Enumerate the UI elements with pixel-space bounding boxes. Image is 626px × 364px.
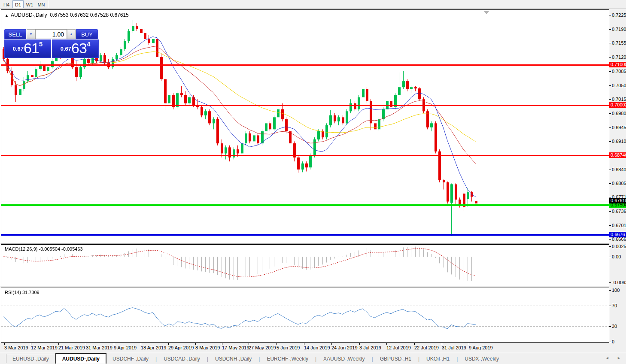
axis-tick (609, 183, 611, 184)
axis-tick-label: 0.68400 (612, 167, 626, 172)
level-line-resistance-1[interactable] (1, 64, 609, 66)
axis-tick (609, 71, 611, 72)
volume-increase-button[interactable]: ▲ (67, 29, 76, 39)
axis-tick (609, 43, 611, 43)
axis-tick-label: 70 (612, 303, 617, 308)
date-tick (31, 343, 31, 345)
chart-ohlc-values: 0.67553 0.67632 0.67528 0.67615 (50, 12, 129, 18)
axis-tick-label: 0.71900 (612, 27, 626, 32)
date-tick (469, 343, 469, 345)
timeframe-button-w1[interactable]: W1 (24, 0, 35, 8)
volume-decrease-button[interactable]: ▼ (27, 29, 35, 39)
buy-price-pips: 63 (71, 40, 87, 56)
sell-button[interactable]: SELL (4, 29, 26, 39)
chart-tab-ukoil-h1[interactable]: UKOil-,H1 (420, 354, 456, 364)
tab-scroll-arrows[interactable]: ◄ ► (605, 356, 624, 360)
date-axis[interactable]: 3 Mar 201912 Mar 201921 Mar 201931 Mar 2… (1, 343, 609, 352)
date-label: 3 Mar 2019 (4, 345, 28, 350)
date-tick (141, 343, 141, 345)
axis-tick (609, 342, 611, 342)
axis-tick-label: 100 (612, 288, 620, 293)
date-label: 14 Jun 2019 (304, 345, 330, 350)
axis-tick (609, 326, 611, 327)
axis-tick-label: 0.002574 (612, 244, 626, 249)
level-price-tag-resistance-2: 0.70002 (609, 102, 626, 108)
tab-separator: | (372, 356, 373, 362)
axis-tick-label: 0.72250 (612, 12, 626, 18)
date-tick (249, 343, 249, 345)
level-line-support-1[interactable] (1, 155, 609, 156)
sell-price-base: 0.67 (13, 46, 24, 52)
tab-separator: | (258, 356, 260, 362)
date-label: 12 Mar 2019 (31, 345, 58, 350)
axis-tick-label: 0 (612, 339, 614, 344)
collapse-panel-icon[interactable]: ▲ (5, 13, 9, 18)
timeframe-button-mn[interactable]: MN (36, 0, 47, 8)
chart-tab-usdcnh-daily[interactable]: USDCNH-,Daily (209, 354, 258, 364)
sell-price-button[interactable]: 0.67615 (4, 39, 51, 58)
tab-separator: | (207, 356, 208, 362)
axis-tick-label: 0.70500 (612, 83, 626, 88)
date-tick (86, 343, 86, 345)
buy-button[interactable]: BUY (76, 29, 98, 39)
axis-tick (609, 225, 611, 226)
chart-tab-eurusd-daily[interactable]: EURUSD-,Daily (6, 354, 55, 363)
macd-indicator-pane[interactable]: MACD(12,26,9) -0.005504 -0.005463 (1, 244, 609, 286)
rsi-canvas[interactable] (1, 288, 609, 342)
price-chart-pane[interactable]: ▲AUDUSD-,Daily 0.67553 0.67632 0.67528 0… (1, 9, 609, 243)
date-label: 21 Mar 2019 (58, 345, 85, 350)
tab-separator: | (418, 356, 419, 362)
date-tick (304, 343, 304, 345)
axis-tick (609, 246, 611, 247)
date-label: 31 Mar 2019 (86, 345, 112, 350)
chart-shift-icon[interactable] (484, 11, 489, 14)
timeframe-button-h4[interactable]: H4 (1, 0, 12, 8)
axis-tick-label: 0.68050 (612, 181, 626, 186)
chart-tab-xauusd-weekly[interactable]: XAUUSD-,Weekly (317, 354, 371, 364)
volume-input[interactable] (35, 29, 67, 39)
axis-tick (609, 282, 611, 283)
axis-tick (609, 113, 611, 114)
axis-tick (609, 211, 611, 212)
rsi-indicator-pane[interactable]: RSI(14) 31.7309 (1, 288, 609, 343)
axis-tick (609, 239, 611, 240)
macd-canvas[interactable] (1, 245, 609, 286)
chart-tab-usdx-weekly[interactable]: USDX-,Weekly (459, 354, 505, 364)
axis-tick-label: 0.69450 (612, 125, 626, 130)
axis-tick-label: 0.70850 (612, 69, 626, 74)
axis-tick-label: 0.00 (612, 254, 621, 259)
axis-tick-label: 0.69800 (612, 111, 626, 116)
chart-tab-audusd-daily[interactable]: AUDUSD-,Daily (55, 353, 106, 364)
chart-tab-usdchf-daily[interactable]: USDCHF-,Daily (106, 354, 155, 364)
date-tick (442, 343, 442, 345)
chart-tab-usdcad-daily[interactable]: USDCAD-,Daily (158, 354, 206, 364)
level-line-support-2[interactable] (1, 204, 609, 206)
date-tick (414, 343, 415, 345)
level-line-resistance-2[interactable] (1, 105, 609, 106)
chart-tab-gbpusd-h1[interactable]: GBPUSD-,H1 (374, 354, 417, 364)
date-tick (331, 343, 332, 345)
current-price-tag: 0.67615 (609, 198, 626, 203)
buy-price-button[interactable]: 0.67634 (52, 39, 99, 58)
tab-separator: | (155, 356, 157, 362)
axis-tick-label: 0.71550 (612, 40, 626, 46)
level-line-support-3[interactable] (1, 234, 609, 236)
date-tick (359, 343, 360, 345)
axis-tick-label: 0.67010 (612, 223, 626, 228)
chart-title: ▲AUDUSD-,Daily 0.67553 0.67632 0.67528 0… (5, 12, 129, 18)
date-tick (195, 343, 196, 345)
date-label: 24 Jun 2019 (331, 345, 358, 350)
timeframe-button-d1[interactable]: D1 (12, 0, 24, 8)
macd-label: MACD(12,26,9) -0.005504 -0.005463 (5, 246, 83, 252)
date-tick (386, 343, 387, 345)
axis-tick (609, 257, 611, 257)
axis-tick (609, 127, 611, 128)
price-axis[interactable]: 0.722500.719000.715500.712000.708500.705… (609, 9, 626, 343)
date-tick (222, 343, 222, 345)
chart-tab-eurchf-weekly[interactable]: EURCHF-,Weekly (261, 354, 314, 364)
axis-tick (609, 197, 611, 197)
date-tick (168, 343, 169, 345)
one-click-top-row: SELL ▼ ▲ BUY (4, 29, 98, 39)
buy-price-base: 0.67 (61, 46, 71, 52)
level-price-tag-support-1: 0.68746 (609, 152, 626, 158)
